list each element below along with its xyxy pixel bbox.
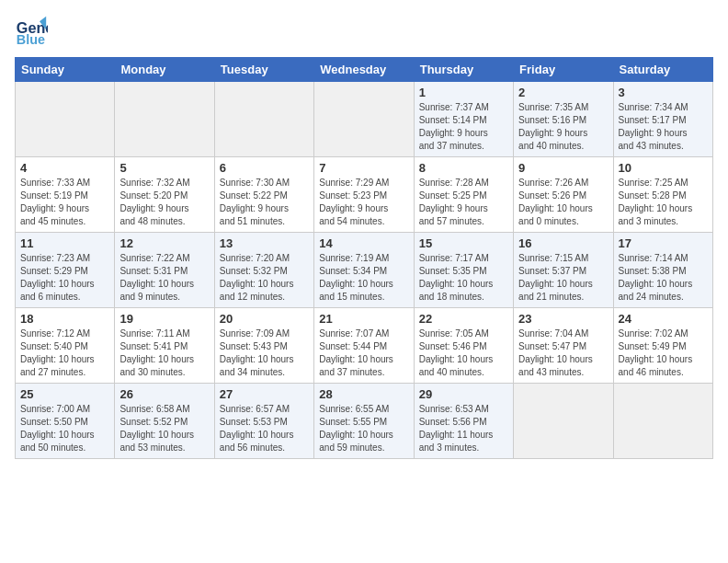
day-number: 23 bbox=[518, 312, 608, 326]
day-info: Sunrise: 7:12 AM Sunset: 5:40 PM Dayligh… bbox=[20, 327, 109, 379]
page-header: General Blue bbox=[15, 15, 713, 48]
day-number: 25 bbox=[20, 387, 109, 401]
day-info: Sunrise: 7:04 AM Sunset: 5:47 PM Dayligh… bbox=[518, 327, 608, 379]
calendar-cell: 1Sunrise: 7:37 AM Sunset: 5:14 PM Daylig… bbox=[414, 82, 513, 157]
day-info: Sunrise: 7:25 AM Sunset: 5:28 PM Dayligh… bbox=[619, 177, 708, 228]
weekday-header-wednesday: Wednesday bbox=[314, 58, 414, 82]
calendar-cell: 21Sunrise: 7:07 AM Sunset: 5:44 PM Dayli… bbox=[314, 308, 414, 384]
calendar-cell: 6Sunrise: 7:30 AM Sunset: 5:22 PM Daylig… bbox=[214, 157, 313, 233]
day-info: Sunrise: 7:32 AM Sunset: 5:20 PM Dayligh… bbox=[119, 177, 209, 228]
day-info: Sunrise: 6:57 AM Sunset: 5:53 PM Dayligh… bbox=[220, 403, 309, 454]
calendar-cell: 8Sunrise: 7:28 AM Sunset: 5:25 PM Daylig… bbox=[414, 157, 513, 233]
day-number: 18 bbox=[20, 312, 109, 326]
day-number: 8 bbox=[419, 161, 508, 175]
day-info: Sunrise: 7:07 AM Sunset: 5:44 PM Dayligh… bbox=[319, 327, 408, 379]
weekday-header-friday: Friday bbox=[514, 58, 613, 82]
day-info: Sunrise: 7:11 AM Sunset: 5:41 PM Dayligh… bbox=[119, 327, 209, 379]
calendar-cell: 29Sunrise: 6:53 AM Sunset: 5:56 PM Dayli… bbox=[414, 384, 513, 459]
day-number: 3 bbox=[619, 86, 708, 99]
calendar-cell: 3Sunrise: 7:34 AM Sunset: 5:17 PM Daylig… bbox=[613, 82, 712, 157]
logo: General Blue bbox=[15, 15, 48, 48]
weekday-header-saturday: Saturday bbox=[613, 58, 712, 82]
day-info: Sunrise: 7:29 AM Sunset: 5:23 PM Dayligh… bbox=[319, 177, 408, 228]
calendar-week-1: 1Sunrise: 7:37 AM Sunset: 5:14 PM Daylig… bbox=[16, 82, 713, 157]
day-info: Sunrise: 7:23 AM Sunset: 5:29 PM Dayligh… bbox=[20, 252, 109, 304]
day-number: 28 bbox=[319, 387, 408, 401]
calendar-cell: 12Sunrise: 7:22 AM Sunset: 5:31 PM Dayli… bbox=[115, 233, 214, 308]
calendar-cell bbox=[214, 82, 313, 157]
day-info: Sunrise: 7:33 AM Sunset: 5:19 PM Dayligh… bbox=[20, 177, 109, 228]
day-number: 1 bbox=[419, 86, 508, 99]
day-info: Sunrise: 7:00 AM Sunset: 5:50 PM Dayligh… bbox=[20, 403, 109, 454]
day-number: 20 bbox=[220, 312, 309, 326]
day-number: 11 bbox=[20, 236, 109, 250]
day-info: Sunrise: 7:14 AM Sunset: 5:38 PM Dayligh… bbox=[619, 252, 708, 304]
calendar-cell: 23Sunrise: 7:04 AM Sunset: 5:47 PM Dayli… bbox=[514, 308, 613, 384]
day-info: Sunrise: 7:37 AM Sunset: 5:14 PM Dayligh… bbox=[419, 101, 508, 153]
day-number: 27 bbox=[220, 387, 309, 401]
day-info: Sunrise: 7:28 AM Sunset: 5:25 PM Dayligh… bbox=[419, 177, 508, 228]
calendar-cell: 24Sunrise: 7:02 AM Sunset: 5:49 PM Dayli… bbox=[613, 308, 712, 384]
day-info: Sunrise: 7:02 AM Sunset: 5:49 PM Dayligh… bbox=[619, 327, 708, 379]
day-info: Sunrise: 7:09 AM Sunset: 5:43 PM Dayligh… bbox=[220, 327, 309, 379]
day-number: 14 bbox=[319, 236, 408, 250]
calendar-cell: 9Sunrise: 7:26 AM Sunset: 5:26 PM Daylig… bbox=[514, 157, 613, 233]
calendar-week-5: 25Sunrise: 7:00 AM Sunset: 5:50 PM Dayli… bbox=[16, 384, 713, 459]
day-number: 9 bbox=[518, 161, 608, 175]
calendar-cell: 16Sunrise: 7:15 AM Sunset: 5:37 PM Dayli… bbox=[514, 233, 613, 308]
day-number: 24 bbox=[619, 312, 708, 326]
day-number: 6 bbox=[220, 161, 309, 175]
calendar-cell bbox=[514, 384, 613, 459]
day-number: 15 bbox=[419, 236, 508, 250]
weekday-header-row: SundayMondayTuesdayWednesdayThursdayFrid… bbox=[16, 58, 713, 82]
calendar-cell: 22Sunrise: 7:05 AM Sunset: 5:46 PM Dayli… bbox=[414, 308, 513, 384]
day-number: 22 bbox=[419, 312, 508, 326]
day-info: Sunrise: 7:30 AM Sunset: 5:22 PM Dayligh… bbox=[220, 177, 309, 228]
day-number: 10 bbox=[619, 161, 708, 175]
day-number: 5 bbox=[119, 161, 209, 175]
calendar-cell: 20Sunrise: 7:09 AM Sunset: 5:43 PM Dayli… bbox=[214, 308, 313, 384]
day-number: 7 bbox=[319, 161, 408, 175]
calendar-week-2: 4Sunrise: 7:33 AM Sunset: 5:19 PM Daylig… bbox=[16, 157, 713, 233]
weekday-header-sunday: Sunday bbox=[16, 58, 115, 82]
day-info: Sunrise: 7:20 AM Sunset: 5:32 PM Dayligh… bbox=[220, 252, 309, 304]
day-info: Sunrise: 7:26 AM Sunset: 5:26 PM Dayligh… bbox=[518, 177, 608, 228]
day-info: Sunrise: 7:35 AM Sunset: 5:16 PM Dayligh… bbox=[518, 101, 608, 153]
day-info: Sunrise: 7:22 AM Sunset: 5:31 PM Dayligh… bbox=[119, 252, 209, 304]
day-number: 4 bbox=[20, 161, 109, 175]
calendar-cell: 26Sunrise: 6:58 AM Sunset: 5:52 PM Dayli… bbox=[115, 384, 214, 459]
day-info: Sunrise: 7:05 AM Sunset: 5:46 PM Dayligh… bbox=[419, 327, 508, 379]
day-info: Sunrise: 7:19 AM Sunset: 5:34 PM Dayligh… bbox=[319, 252, 408, 304]
calendar-cell: 28Sunrise: 6:55 AM Sunset: 5:55 PM Dayli… bbox=[314, 384, 414, 459]
weekday-header-thursday: Thursday bbox=[414, 58, 513, 82]
calendar-cell: 4Sunrise: 7:33 AM Sunset: 5:19 PM Daylig… bbox=[16, 157, 115, 233]
calendar-cell bbox=[115, 82, 214, 157]
calendar-cell bbox=[314, 82, 414, 157]
weekday-header-monday: Monday bbox=[115, 58, 214, 82]
calendar-table: SundayMondayTuesdayWednesdayThursdayFrid… bbox=[15, 57, 713, 459]
calendar-cell: 5Sunrise: 7:32 AM Sunset: 5:20 PM Daylig… bbox=[115, 157, 214, 233]
calendar-cell: 15Sunrise: 7:17 AM Sunset: 5:35 PM Dayli… bbox=[414, 233, 513, 308]
day-info: Sunrise: 7:15 AM Sunset: 5:37 PM Dayligh… bbox=[518, 252, 608, 304]
calendar-cell: 25Sunrise: 7:00 AM Sunset: 5:50 PM Dayli… bbox=[16, 384, 115, 459]
weekday-header-tuesday: Tuesday bbox=[214, 58, 313, 82]
calendar-week-4: 18Sunrise: 7:12 AM Sunset: 5:40 PM Dayli… bbox=[16, 308, 713, 384]
calendar-cell: 14Sunrise: 7:19 AM Sunset: 5:34 PM Dayli… bbox=[314, 233, 414, 308]
day-number: 13 bbox=[220, 236, 309, 250]
day-info: Sunrise: 6:58 AM Sunset: 5:52 PM Dayligh… bbox=[119, 403, 209, 454]
day-number: 16 bbox=[518, 236, 608, 250]
day-number: 12 bbox=[119, 236, 209, 250]
calendar-cell: 10Sunrise: 7:25 AM Sunset: 5:28 PM Dayli… bbox=[613, 157, 712, 233]
day-number: 21 bbox=[319, 312, 408, 326]
day-info: Sunrise: 6:53 AM Sunset: 5:56 PM Dayligh… bbox=[419, 403, 508, 454]
calendar-cell: 2Sunrise: 7:35 AM Sunset: 5:16 PM Daylig… bbox=[514, 82, 613, 157]
calendar-cell bbox=[613, 384, 712, 459]
day-number: 2 bbox=[518, 86, 608, 99]
calendar-cell: 19Sunrise: 7:11 AM Sunset: 5:41 PM Dayli… bbox=[115, 308, 214, 384]
calendar-cell: 13Sunrise: 7:20 AM Sunset: 5:32 PM Dayli… bbox=[214, 233, 313, 308]
logo-icon: General Blue bbox=[15, 15, 48, 48]
svg-text:Blue: Blue bbox=[17, 32, 45, 47]
day-number: 17 bbox=[619, 236, 708, 250]
day-info: Sunrise: 7:17 AM Sunset: 5:35 PM Dayligh… bbox=[419, 252, 508, 304]
day-info: Sunrise: 7:34 AM Sunset: 5:17 PM Dayligh… bbox=[619, 101, 708, 153]
